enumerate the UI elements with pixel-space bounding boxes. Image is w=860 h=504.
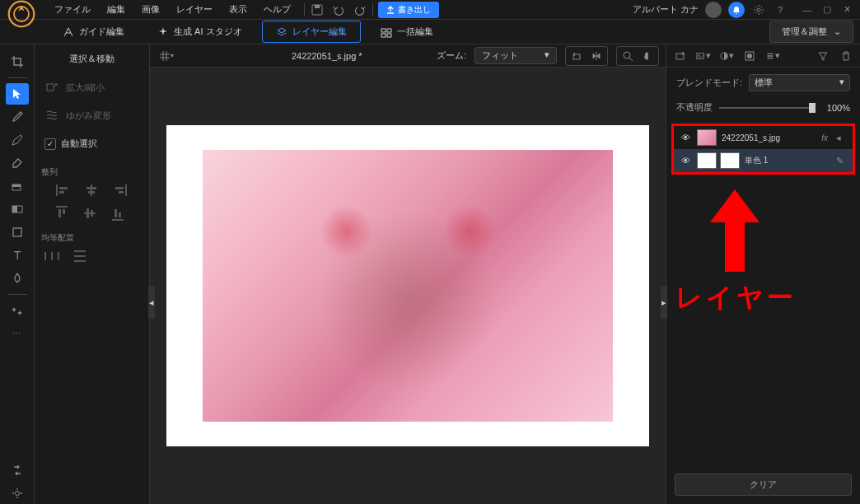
trash-icon[interactable] <box>839 49 853 63</box>
autoselect-checkbox[interactable] <box>44 138 56 150</box>
eraser-tool[interactable] <box>6 152 29 174</box>
fill-tool[interactable] <box>6 175 29 197</box>
mode-batch[interactable]: 一括編集 <box>367 21 446 42</box>
settings-tool[interactable] <box>6 483 29 504</box>
distribute-label: 均等配置 <box>41 224 143 247</box>
chevron-down-icon: ⌄ <box>834 26 841 37</box>
align-bottom[interactable] <box>112 206 129 221</box>
canvas-toolbar: ▾ 24222051_s.jpg * ズーム: フィット ▾ <box>150 44 666 68</box>
list-icon[interactable]: ▾ <box>765 49 780 63</box>
mode-ai[interactable]: 生成 AI スタジオ <box>144 21 255 42</box>
distribute-v[interactable] <box>72 250 89 265</box>
panel-title: 選択＆移動 <box>41 49 143 73</box>
svg-rect-7 <box>381 34 386 37</box>
export-button[interactable]: 書き出し <box>378 2 439 18</box>
mode-layer[interactable]: レイヤー編集 <box>262 21 361 43</box>
save-icon[interactable] <box>310 2 325 17</box>
layer-row-1[interactable]: 👁 24222051_s.jpg fx ◂ <box>674 126 853 149</box>
menu-edit[interactable]: 編集 <box>99 0 133 19</box>
grid-button[interactable]: ▾ <box>157 48 176 64</box>
undo-icon[interactable] <box>331 2 346 17</box>
expand-icon[interactable]: ◂ <box>836 133 848 143</box>
flip-icon[interactable] <box>587 49 605 63</box>
maximize-button[interactable]: ▢ <box>820 3 834 16</box>
svg-rect-31 <box>91 210 93 217</box>
zoom-icon[interactable] <box>619 49 637 63</box>
annotation-text: レイヤー <box>675 280 797 316</box>
add-image-icon[interactable]: ▾ <box>696 49 711 63</box>
slider-thumb[interactable] <box>809 103 816 113</box>
photo-content <box>203 150 613 422</box>
menu-layer[interactable]: レイヤー <box>168 0 221 19</box>
avatar[interactable] <box>705 2 722 18</box>
clear-button[interactable]: クリア <box>675 474 852 496</box>
gradient-tool[interactable] <box>6 198 29 220</box>
filter-icon[interactable] <box>816 49 830 63</box>
manage-button[interactable]: 管理＆調整 ⌄ <box>769 21 853 43</box>
chevron-down-icon: ▾ <box>545 49 549 62</box>
more-tool[interactable]: ⋯ <box>6 323 29 344</box>
crop-tool[interactable] <box>6 51 29 72</box>
hand-icon[interactable] <box>638 49 657 63</box>
menu-view[interactable]: 表示 <box>221 0 255 19</box>
menu-file[interactable]: ファイル <box>46 0 99 19</box>
swap-tool[interactable] <box>6 460 29 481</box>
text-tool[interactable]: T <box>6 245 29 266</box>
pencil-tool[interactable] <box>6 129 29 151</box>
blend-select[interactable]: 標準 ▾ <box>749 74 850 91</box>
user-name: アルバート カナ <box>633 3 699 16</box>
minimize-button[interactable]: — <box>801 3 814 16</box>
edit-icon[interactable]: ✎ <box>836 156 848 166</box>
autoselect-row[interactable]: 自動選択 <box>41 129 143 158</box>
rotate-left-icon[interactable] <box>568 49 586 63</box>
mask-icon[interactable] <box>742 49 757 63</box>
shape-tool[interactable] <box>6 222 29 243</box>
settings-icon[interactable] <box>751 2 766 17</box>
fx-label[interactable]: fx <box>821 133 828 142</box>
right-panel: ▾ ▾ ▾ ブレンドモード: 標準 ▾ 不透明度 100% 👁 24222051… <box>666 44 860 504</box>
align-top[interactable] <box>56 206 72 221</box>
canvas-viewport[interactable]: ◂ ▸ <box>150 68 666 504</box>
collapse-left[interactable]: ◂ <box>148 286 155 319</box>
layer-thumb <box>697 152 717 169</box>
move-tool[interactable] <box>6 83 29 105</box>
visibility-icon[interactable]: 👁 <box>679 133 692 142</box>
opacity-row: 不透明度 100% <box>666 98 860 122</box>
align-row-1 <box>41 181 143 203</box>
redo-icon[interactable] <box>353 2 367 17</box>
align-right[interactable] <box>112 184 129 199</box>
svg-rect-33 <box>115 209 117 217</box>
opacity-slider[interactable] <box>719 107 816 109</box>
layer-row-2[interactable]: 👁 単色 1 ✎ <box>674 149 853 172</box>
help-icon[interactable]: ? <box>773 2 788 17</box>
effects-tool[interactable] <box>6 300 29 321</box>
collapse-right[interactable]: ▸ <box>661 286 667 319</box>
right-toolbar: ▾ ▾ ▾ <box>666 44 860 68</box>
svg-rect-13 <box>13 228 21 236</box>
notification-icon[interactable] <box>728 2 745 18</box>
zoom-select[interactable]: フィット ▾ <box>474 47 557 64</box>
svg-rect-21 <box>86 187 96 189</box>
top-history-icons <box>310 2 367 17</box>
svg-rect-27 <box>58 209 61 217</box>
zoom-item[interactable]: 拡大/縮小 <box>41 73 143 101</box>
zoom-icon <box>44 80 59 95</box>
svg-rect-8 <box>387 34 391 37</box>
align-left[interactable] <box>56 184 72 199</box>
warp-item[interactable]: ゆがみ変形 <box>41 101 143 129</box>
brush-tool[interactable] <box>6 106 29 128</box>
divider <box>304 3 305 16</box>
distribute-h[interactable] <box>44 250 61 265</box>
align-center-h[interactable] <box>84 184 100 199</box>
close-button[interactable]: ✕ <box>840 3 853 16</box>
mode-guide[interactable]: ガイド編集 <box>49 21 138 42</box>
menu-image[interactable]: 画像 <box>133 0 168 19</box>
adjustment-icon[interactable]: ▾ <box>719 49 734 63</box>
blur-tool[interactable] <box>6 268 29 289</box>
menu-help[interactable]: ヘルプ <box>255 0 299 19</box>
align-center-v[interactable] <box>84 206 100 221</box>
divider <box>7 294 27 295</box>
add-layer-icon[interactable] <box>673 49 688 63</box>
canvas-document[interactable] <box>166 125 649 446</box>
visibility-icon[interactable]: 👁 <box>679 156 692 166</box>
